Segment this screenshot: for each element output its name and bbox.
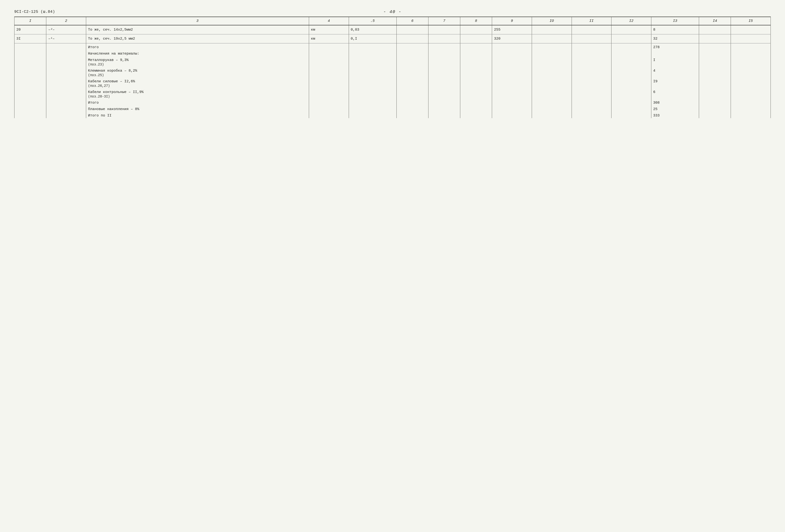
item-row-1: Металлорукав – 9,3% (поз.23) I — [15, 56, 771, 67]
row-c11-1 — [572, 25, 611, 34]
ir1-c12 — [611, 56, 651, 67]
ir4-c7 — [428, 88, 460, 99]
ir5-c10 — [532, 105, 572, 112]
ft-c15 — [731, 112, 771, 118]
ir1-label: Металлорукав – 9,3% (поз.23) — [86, 56, 309, 67]
st2-c5 — [349, 99, 397, 105]
col-header-9: 9 — [492, 17, 532, 25]
ir5-c12 — [611, 105, 651, 112]
ir4-c2 — [46, 88, 86, 99]
table-row: 20 –²– То же, сеч. 14x2,5мм2 км 0,03 255… — [15, 25, 771, 34]
st2-c4 — [309, 99, 349, 105]
col-header-5: .5 — [349, 17, 397, 25]
item-row-3: Кабели силовые – I2,6% (поз.26,27) I9 — [15, 78, 771, 88]
ir2-c4 — [309, 67, 349, 78]
row-pos-1: –²– — [46, 25, 86, 34]
ft-c4 — [309, 112, 349, 118]
row-c13-1: 8 — [651, 25, 699, 34]
ir2-c8 — [460, 67, 492, 78]
row-unit-2: км — [309, 34, 349, 44]
ir1-c6 — [397, 56, 428, 67]
col-header-1: I — [15, 17, 46, 25]
ir5-c14 — [699, 105, 731, 112]
st1-c15 — [731, 44, 771, 50]
table-row: 3I –¹– То же, сеч. 19x2,5 мм2 км 0,I 320… — [15, 34, 771, 44]
ir2-c5 — [349, 67, 397, 78]
st1-label: Итого — [86, 44, 309, 50]
ir5-c7 — [428, 105, 460, 112]
ir3-c12 — [611, 78, 651, 88]
st2-c7 — [428, 99, 460, 105]
row-c10-1 — [532, 25, 572, 34]
row-c8-1 — [460, 25, 492, 34]
ir5-c5 — [349, 105, 397, 112]
item-row-4: Кабели контрольные – II,9% (поз.28-3I) 6 — [15, 88, 771, 99]
ir1-c1 — [15, 56, 46, 67]
section-header-row: Начисления на материалы: — [15, 50, 771, 56]
ir2-c10 — [532, 67, 572, 78]
ir5-c11 — [572, 105, 611, 112]
st2-c14 — [699, 99, 731, 105]
doc-number: 9CI-C2-125 (ш.84) — [14, 10, 266, 14]
ft-c8 — [460, 112, 492, 118]
ir4-c8 — [460, 88, 492, 99]
ir3-c5 — [349, 78, 397, 88]
ir5-value: 25 — [651, 105, 699, 112]
ir1-c14 — [699, 56, 731, 67]
ir4-c5 — [349, 88, 397, 99]
col-header-10: IO — [532, 17, 572, 25]
st1-c4 — [309, 44, 349, 50]
sh-c1 — [15, 50, 46, 56]
row-c7-1 — [428, 25, 460, 34]
ir1-c4 — [309, 56, 349, 67]
ir2-value: 4 — [651, 67, 699, 78]
row-c6-2 — [397, 34, 428, 44]
st1-c6 — [397, 44, 428, 50]
st1-c8 — [460, 44, 492, 50]
st1-c12 — [611, 44, 651, 50]
sh-c6 — [397, 50, 428, 56]
st2-c6 — [397, 99, 428, 105]
ir1-sub: (поз.23) — [88, 62, 307, 66]
st2-c12 — [611, 99, 651, 105]
col-header-2: 2 — [46, 17, 86, 25]
ir3-c10 — [532, 78, 572, 88]
ir3-main: Кабели силовые – I2,6% — [88, 79, 135, 83]
st1-c10 — [532, 44, 572, 50]
sh-label: Начисления на материалы: — [86, 50, 309, 56]
ir4-c15 — [731, 88, 771, 99]
ir3-c7 — [428, 78, 460, 88]
ir2-c14 — [699, 67, 731, 78]
col-header-14: I4 — [699, 17, 731, 25]
ir2-label: Клеммная коробка – 8,2% (поз.25) — [86, 67, 309, 78]
ir4-main: Кабели контрольные – II,9% — [88, 90, 144, 94]
ir5-c8 — [460, 105, 492, 112]
row-c9-2: 320 — [492, 34, 532, 44]
ir3-sub: (поз.26,27) — [88, 84, 307, 88]
ir4-c6 — [397, 88, 428, 99]
ft-c14 — [699, 112, 731, 118]
ir1-c5 — [349, 56, 397, 67]
st1-c1 — [15, 44, 46, 50]
ir2-c15 — [731, 67, 771, 78]
st2-value: 308 — [651, 99, 699, 105]
col-header-15: I5 — [731, 17, 771, 25]
ir5-c1 — [15, 105, 46, 112]
final-total-row: Итого по II 333 — [15, 112, 771, 118]
row-num-1: 20 — [15, 25, 46, 34]
col-header-12: I2 — [611, 17, 651, 25]
ir4-c1 — [15, 88, 46, 99]
ft-value: 333 — [651, 112, 699, 118]
sh-c4 — [309, 50, 349, 56]
ft-c5 — [349, 112, 397, 118]
row-c7-2 — [428, 34, 460, 44]
column-header-row: I 2 3 4 .5 6 7 8 9 IO II I2 I3 I4 I5 — [15, 17, 771, 25]
col-header-8: 8 — [460, 17, 492, 25]
ir1-c15 — [731, 56, 771, 67]
ir1-c2 — [46, 56, 86, 67]
ft-c6 — [397, 112, 428, 118]
ir1-value: I — [651, 56, 699, 67]
ir5-c9 — [492, 105, 532, 112]
ir3-c14 — [699, 78, 731, 88]
ir4-c10 — [532, 88, 572, 99]
